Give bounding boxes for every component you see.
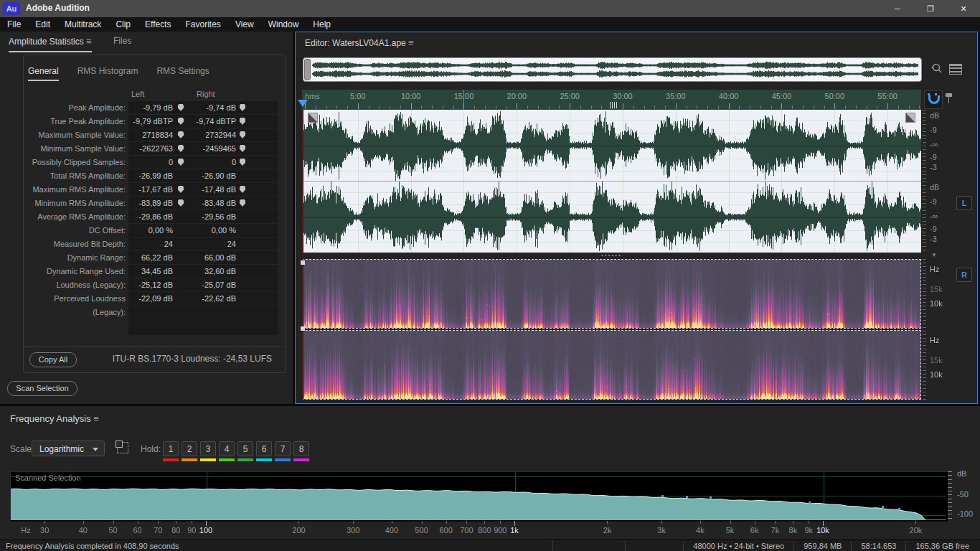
menu-item-effects[interactable]: Effects — [138, 17, 178, 32]
stat-label: Measured Bit Depth: — [27, 237, 126, 251]
hold-button-3[interactable]: 3 — [200, 441, 216, 456]
left-channel-button[interactable]: L — [956, 196, 972, 210]
overview-navigator[interactable] — [303, 57, 922, 82]
spectrogram-left-canvas[interactable] — [303, 260, 920, 328]
restore-button[interactable]: ❐ — [914, 0, 947, 17]
freq-tick-label: 500 — [415, 526, 428, 534]
tab-files[interactable]: Files — [113, 36, 131, 46]
navigate-pin-icon[interactable] — [178, 199, 184, 207]
selection-handle[interactable] — [301, 326, 305, 331]
menu-item-file[interactable]: File — [0, 17, 28, 32]
freq-tick-label: 10k — [816, 526, 829, 534]
table-row: 34,45 dB32,60 dB — [128, 265, 278, 278]
menu-item-multitrack[interactable]: Multitrack — [57, 17, 108, 32]
stat-value-right: 32,60 dB — [204, 265, 236, 278]
scale-dropdown[interactable]: Logarithmic — [32, 441, 105, 456]
stat-label: Maximum RMS Amplitude: — [27, 183, 126, 197]
menu-item-window[interactable]: Window — [261, 17, 306, 32]
freq-tick-label: 800 — [478, 526, 491, 534]
collapse-arrow-icon[interactable]: ▼ — [931, 252, 937, 258]
hold-color-1 — [163, 458, 179, 461]
menu-item-clip[interactable]: Clip — [108, 17, 138, 32]
stat-label: Dynamic Range Used: — [27, 265, 126, 278]
frequency-plot-canvas[interactable] — [11, 472, 946, 520]
table-row: 0,00 %0,00 % — [128, 224, 278, 237]
hold-button-1[interactable]: 1 — [163, 441, 179, 456]
navigate-pin-icon[interactable] — [240, 145, 245, 152]
freq-tick-label: 30 — [40, 526, 49, 534]
hz-scale-label: 15k — [930, 356, 943, 364]
overview-left-handle[interactable] — [304, 59, 311, 80]
stat-value-right: -26,90 dB — [202, 169, 236, 182]
spectrogram-left-channel[interactable] — [302, 259, 921, 329]
stat-value-right: -22,62 dB — [202, 292, 236, 305]
hold-button-2[interactable]: 2 — [182, 441, 197, 456]
menu-item-favorites[interactable]: Favorites — [179, 17, 228, 32]
db-scale-label: -∞ — [930, 140, 938, 149]
scan-selection-button[interactable]: Scan Selection — [7, 381, 77, 396]
stat-label: Dynamic Range: — [27, 251, 126, 265]
playhead[interactable] — [298, 100, 308, 107]
scale-column: dB-9-∞-9-3dB-9-∞-9-3Hz15k10kHz15k10k L R… — [923, 90, 977, 400]
navigate-pin-icon[interactable] — [240, 131, 245, 138]
spectrogram-right-canvas[interactable] — [303, 331, 920, 399]
navigate-pin-icon[interactable] — [240, 159, 245, 166]
navigate-pin-icon[interactable] — [240, 186, 245, 193]
menu-item-view[interactable]: View — [228, 17, 261, 32]
tab-amplitude-statistics[interactable]: Amplitude Statistics ≡ — [9, 36, 92, 52]
db-scale-label: -9 — [930, 126, 937, 134]
stat-label: Maximum Sample Value: — [27, 128, 126, 142]
spectrogram-right-channel[interactable] — [302, 330, 921, 400]
navigate-pin-icon[interactable] — [178, 159, 184, 166]
navigate-pin-icon[interactable] — [178, 104, 184, 111]
display-splitter[interactable]: •••••• — [302, 253, 921, 259]
close-button[interactable]: ✕ — [947, 0, 980, 17]
navigate-pin-icon[interactable] — [240, 199, 245, 207]
tab-general[interactable]: General — [28, 66, 59, 81]
tab-amplitude-statistics-label: Amplitude Statistics — [9, 37, 84, 47]
amplitude-statistics-panel: Amplitude Statistics ≡ Files GeneralRMS … — [0, 32, 293, 404]
waveform-left-channel[interactable] — [302, 110, 921, 181]
tab-rms-histogram[interactable]: RMS Histogram — [77, 66, 138, 80]
navigate-pin-icon[interactable] — [240, 104, 245, 111]
stat-value-right: 66,00 dB — [204, 251, 236, 264]
hold-button-8[interactable]: 8 — [293, 441, 309, 456]
hold-button-4[interactable]: 4 — [219, 441, 235, 456]
fade-out-handle[interactable] — [905, 113, 915, 123]
copy-all-button[interactable]: Copy All — [29, 352, 77, 367]
freq-tick-label: 5k — [726, 526, 735, 534]
navigate-pin-icon[interactable] — [240, 118, 245, 125]
scale-label: Scale: — [10, 444, 34, 454]
right-channel-button[interactable]: R — [956, 268, 972, 282]
hz-scale-label: 10k — [930, 370, 943, 379]
selection-handle[interactable] — [301, 260, 305, 265]
overview-waveform[interactable] — [312, 59, 918, 80]
itu-loudness: ITU-R BS.1770-3 Loudness: -24,53 LUFS — [88, 354, 272, 364]
stat-value-left: 66,22 dB — [141, 251, 173, 264]
display-options-icon[interactable] — [949, 64, 962, 75]
zoom-navigate-icon[interactable] — [930, 62, 944, 76]
timeline-ruler[interactable]: hms 5:0010:0015:0020:0025:0030:0035:0040… — [302, 90, 921, 110]
panel-menu-icon[interactable]: ≡ — [408, 37, 414, 48]
waveform-display[interactable] — [302, 110, 921, 253]
panel-menu-icon[interactable]: ≡ — [93, 413, 99, 424]
db-axis-ticks — [948, 471, 952, 521]
hold-button-5[interactable]: 5 — [237, 441, 253, 456]
navigate-pin-icon[interactable] — [178, 131, 184, 138]
selection-box-icon[interactable] — [117, 442, 128, 453]
minimize-button[interactable]: ─ — [881, 0, 914, 17]
navigate-pin-icon[interactable] — [178, 145, 184, 152]
hold-button-7[interactable]: 7 — [275, 441, 291, 456]
panel-menu-icon[interactable]: ≡ — [86, 36, 92, 47]
navigate-pin-icon[interactable] — [178, 118, 184, 125]
menu-item-help[interactable]: Help — [306, 17, 338, 32]
navigate-pin-icon[interactable] — [178, 186, 184, 193]
waveform-right-channel[interactable] — [302, 182, 921, 253]
menu-item-edit[interactable]: Edit — [28, 17, 57, 32]
hold-button-6[interactable]: 6 — [256, 441, 272, 456]
tab-rms-settings[interactable]: RMS Settings — [156, 66, 209, 80]
db-scale-label: -∞ — [930, 212, 938, 220]
frequency-plot[interactable]: Scanned Selection — [10, 471, 948, 522]
statistics-groupbox: GeneralRMS HistogramRMS Settings Left Ri… — [23, 55, 286, 373]
fade-in-handle[interactable] — [308, 113, 318, 123]
